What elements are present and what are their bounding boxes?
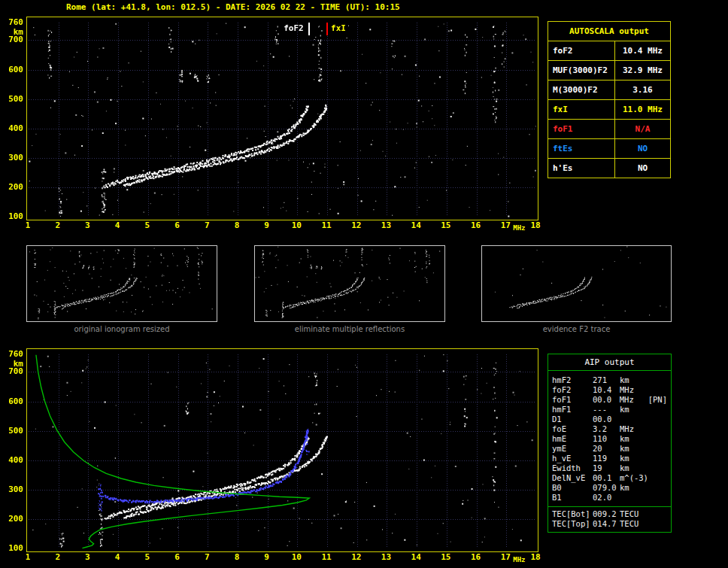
thumb-original-ionogram [26,245,217,322]
aip-unit: TECU [620,509,648,519]
aip-name: hmF1 [552,405,593,415]
autoscala-rows: foF210.4 MHzMUF(3000)F232.9 MHzM(3000)F2… [548,41,670,178]
x-axis-unit: MHz [513,224,525,232]
y-axis-unit: km [0,27,23,37]
x-tick-label: 11 [317,220,335,230]
autoscala-row-fxI: fxI11.0 MHz [548,100,670,120]
aip-name: hmE [552,434,593,444]
aip-unit: km [620,463,648,473]
aip-extra: [PN] [648,395,668,405]
x-tick-label: 17 [496,552,514,562]
autoscala-param-label: foF1 [548,120,615,138]
thumb-eliminate-reflections [254,245,445,322]
bottom-ionogram-canvas [27,349,538,551]
x-tick-label: 18 [526,220,544,230]
aip-value: 00.1 [593,473,620,483]
aip-value: --- [593,405,620,415]
aip-extra [648,463,668,473]
top-ionogram-plot: foF2 fxI [26,17,538,220]
thumb-caption-eliminate: eliminate multiple reflections [254,325,445,333]
x-tick-label: 14 [407,552,425,562]
autoscala-row-MUF(3000)F2: MUF(3000)F232.9 MHz [548,61,670,80]
x-tick-label: 12 [347,552,366,562]
autoscala-param-value: N/A [615,120,670,138]
x-tick-label: 4 [108,220,126,230]
x-tick-label: 1 [19,220,37,230]
x-tick-label: 4 [108,552,126,562]
y-tick-label: 760 [0,17,23,27]
autoscala-param-label: M(3000)F2 [548,80,615,99]
x-tick-label: 13 [377,220,395,230]
aip-value: 00.0 [593,395,620,405]
top-ionogram-canvas [27,17,538,220]
aip-value: 10.4 [593,385,620,395]
autoscala-row-foF1: foF1N/A [548,120,670,139]
aip-unit: km [620,454,648,463]
aip-extra [648,415,668,424]
aip-extra [648,483,668,493]
autoscala-row-h'Es: h'EsNO [548,159,670,178]
x-tick-label: 7 [198,220,216,230]
aip-extra [648,405,668,415]
autoscala-row-foF2: foF210.4 MHz [548,41,670,61]
autoscala-param-value: 3.16 [615,80,670,99]
aip-unit: m^(-3) [620,473,648,483]
x-tick-label: 7 [198,552,216,562]
autoscala-table: AUTOSCALA output foF210.4 MHzMUF(3000)F2… [548,21,671,178]
x-tick-label: 15 [437,552,455,562]
thumb-eliminate-canvas [255,246,443,320]
aip-body: hmF2271kmfoF210.4MHzfoF100.0MHz[PN]hmF1-… [548,371,671,504]
aip-tec-section: TEC[Bot]009.2TECUTEC[Top]014.7TECU [548,506,671,532]
autoscala-param-label: h'Es [548,159,615,178]
thumb-evidence-f2 [481,245,672,322]
aip-unit: km [620,375,648,385]
x-tick-label: 3 [78,220,96,230]
bottom-ionogram-plot [26,348,538,552]
x-tick-label: 2 [49,552,67,562]
aip-name: D1 [552,415,593,424]
aip-name: TEC[Top] [552,519,593,529]
aip-unit: km [620,444,648,454]
x-tick-label: 5 [138,220,156,230]
foF2-label: foF2 [284,23,304,33]
aip-unit: MHz [620,385,648,395]
autoscala-param-value: NO [615,139,670,158]
aip-row-foF1: foF100.0MHz[PN] [552,395,668,405]
x-tick-label: 3 [78,552,96,562]
aip-row-hmF2: hmF2271km [552,375,668,385]
x-tick-label: 10 [287,220,305,230]
aip-unit: MHz [620,424,648,434]
autoscala-param-label: foF2 [548,41,615,60]
y-tick-label: 600 [0,396,23,406]
autoscala-param-value: NO [615,159,670,178]
thumb-caption-evidence: evidence F2 trace [481,325,672,333]
page-title: Rome (lat: +41.8, lon: 012.5) - DATE: 20… [66,2,400,12]
x-tick-label: 9 [258,552,276,562]
autoscala-param-label: fxI [548,100,615,119]
thumb-evidence-canvas [482,246,669,320]
aip-extra [648,473,668,483]
aip-name: h_vE [552,454,593,463]
aip-name: foF1 [552,395,593,405]
aip-extra [648,493,668,503]
aip-extra [648,424,668,434]
x-tick-label: 6 [168,552,187,562]
aip-row-B1: B102.0 [552,493,668,503]
x-tick-label: 6 [168,220,187,230]
x-tick-label: 8 [228,552,246,562]
y-tick-label: 300 [0,153,23,163]
aip-row-hmE: hmE110km [552,434,668,444]
aip-extra [648,434,668,444]
fxI-label: fxI [331,23,346,33]
aip-row-hmF1: hmF1---km [552,405,668,415]
y-tick-label: 500 [0,94,23,104]
x-tick-label: 12 [347,220,366,230]
aip-name: TEC[Bot] [552,509,593,519]
autoscala-row-ftEs: ftEsNO [548,139,670,159]
y-axis-unit: km [0,359,23,369]
aip-name: B1 [552,493,593,503]
aip-unit: km [620,434,648,444]
y-tick-label: 200 [0,514,23,524]
y-tick-label: 200 [0,182,23,192]
autoscala-param-value: 32.9 MHz [615,61,670,80]
